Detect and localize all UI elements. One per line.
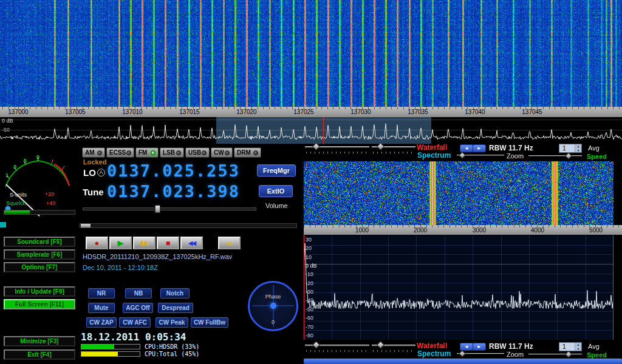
squelch-level <box>4 211 30 214</box>
waterfall-lower-slider-top[interactable] <box>372 144 415 154</box>
slider-thumb[interactable] <box>459 350 465 357</box>
spectrum-label-bottom[interactable]: Spectrum <box>417 349 451 358</box>
record-button[interactable]: ● <box>86 237 108 249</box>
db-label: -30 <box>306 289 313 295</box>
pause-button[interactable]: ▮▮ <box>133 237 156 249</box>
mode-am-button[interactable]: AM <box>82 147 105 158</box>
soundcard-button[interactable]: Soundcard [F5] <box>4 237 75 247</box>
mode-lsb-button[interactable]: LSB <box>160 147 184 158</box>
rx-ruler-label: 3000 <box>473 227 486 234</box>
rewind-icon: ◀◀ <box>188 240 195 246</box>
ruler-label: 137045 <box>522 109 542 115</box>
notch-button[interactable]: Notch <box>160 288 190 298</box>
speed-slider-top[interactable] <box>528 153 582 161</box>
slider-thumb[interactable] <box>565 152 572 159</box>
slider-thumb[interactable] <box>377 341 384 349</box>
phase-dot-icon <box>270 303 276 309</box>
volume-slider-thumb[interactable] <box>155 205 160 213</box>
volume-slider[interactable] <box>83 207 256 211</box>
spectrum-label-top[interactable]: Spectrum <box>417 151 451 160</box>
lo-lock-badge-icon[interactable]: A <box>97 169 105 177</box>
ruler-label: 137025 <box>293 109 313 115</box>
mode-usb-button[interactable]: USB <box>185 147 210 158</box>
db-label: 30 <box>306 237 312 243</box>
main-spectrum-display[interactable] <box>0 117 622 144</box>
tune-frequency-display[interactable]: 0137.023.398 <box>107 182 240 201</box>
band-shift-arrows-top[interactable]: ◄ ► <box>460 144 486 152</box>
cpu-total-label: CPU:Total (45%) <box>145 351 199 357</box>
stop-icon: ■ <box>166 239 170 248</box>
fullscreen-button[interactable]: Full Screen [F11] <box>4 299 75 309</box>
phase-label: Phase <box>250 294 296 300</box>
shift-left-icon[interactable]: ◄ <box>460 343 473 350</box>
waterfall-upper-slider-top[interactable] <box>305 144 369 154</box>
slider-thumb[interactable] <box>459 152 465 158</box>
tune-bar-thumb[interactable] <box>81 224 91 228</box>
mode-fm-button[interactable]: FM <box>135 147 159 158</box>
ruler-label: 137020 <box>236 109 256 115</box>
freqmgr-button[interactable]: FreqMgr <box>257 164 296 177</box>
rewind-button[interactable]: ◀◀ <box>180 237 203 249</box>
samplerate-button[interactable]: Samplerate [F6] <box>4 249 75 260</box>
play-button[interactable]: ▶ <box>109 237 132 249</box>
recording-date: Dec 10, 2011 - 12:10:18Z <box>83 264 158 271</box>
extio-button[interactable]: ExtIO <box>259 185 293 197</box>
waterfall-label-top[interactable]: Waterfall <box>417 143 447 152</box>
spinner-icon[interactable]: ▲ ▼ <box>575 144 581 152</box>
zoom-slider-top[interactable] <box>457 153 504 160</box>
rx-spectrum-display[interactable] <box>304 235 613 340</box>
cpu-hdsdr-meter <box>81 344 140 349</box>
waterfall-label-bottom[interactable]: Waterfall <box>417 342 447 350</box>
exit-button[interactable]: Exit [F4] <box>4 349 75 360</box>
slider-thumb[interactable] <box>312 143 320 150</box>
agc-button[interactable]: AGC Off <box>123 303 153 313</box>
waterfall-lower-slider-bottom[interactable] <box>372 342 415 352</box>
rx-waterfall-display[interactable] <box>304 161 613 225</box>
play-icon: ▶ <box>118 238 124 248</box>
am-led-icon <box>97 150 102 155</box>
mode-drm-button[interactable]: DRM <box>234 147 261 158</box>
waterfall-upper-slider-bottom[interactable] <box>305 342 369 352</box>
mode-ecss-button[interactable]: ECSS <box>106 147 134 158</box>
zoom-slider-bottom[interactable] <box>457 351 504 359</box>
cw-zap-button[interactable]: CW ZAP <box>86 317 117 328</box>
squelch-label: Squelch <box>6 200 26 206</box>
panel-indicator <box>0 222 6 228</box>
slider-thumb[interactable] <box>312 341 320 349</box>
nr-button[interactable]: NR <box>88 288 115 298</box>
shift-right-icon[interactable]: ► <box>473 343 485 350</box>
slider-thumb[interactable] <box>377 143 384 150</box>
tune-bar-slider[interactable] <box>80 223 297 228</box>
shift-right-icon[interactable]: ► <box>473 145 485 152</box>
minimize-button[interactable]: Minimize [F3] <box>4 336 75 346</box>
loop-button[interactable]: ∞ <box>218 237 241 249</box>
ruler-label: 137030 <box>350 109 371 115</box>
main-waterfall-display[interactable] <box>0 0 622 107</box>
ruler-ticks <box>304 225 622 228</box>
spinner-icon[interactable]: ▲ ▼ <box>575 343 581 351</box>
band-shift-arrows-bottom[interactable]: ◄ ► <box>460 343 486 351</box>
despread-button[interactable]: Despread <box>158 303 193 313</box>
rx-frequency-ruler[interactable]: 1000 2000 3000 4000 5000 <box>304 225 622 235</box>
bandwidth-bar[interactable] <box>304 359 622 364</box>
avg-dropdown-top[interactable]: 1 ▲ ▼ <box>559 144 582 153</box>
cw-fullbw-button[interactable]: CW FullBw <box>191 317 228 328</box>
slider-thumb[interactable] <box>565 351 572 357</box>
frequency-ruler[interactable]: 137000 137005 137010 137015 137020 13702… <box>0 107 622 117</box>
info-update-button[interactable]: Info / Update [F9] <box>4 286 75 297</box>
db-label: -70 <box>306 324 313 330</box>
lo-frequency-display[interactable]: 0137.025.253 <box>107 161 240 180</box>
nb-button[interactable]: NB <box>125 288 152 298</box>
shift-left-icon[interactable]: ◄ <box>460 145 473 152</box>
cw-peak-button[interactable]: CW Peak <box>156 317 188 328</box>
cw-afc-button[interactable]: CW AFC <box>119 317 151 328</box>
mode-cw-button[interactable]: CW <box>211 147 233 158</box>
avg-label-bottom: Avg <box>588 343 600 350</box>
options-button[interactable]: Options [F7] <box>4 262 75 272</box>
mute-button[interactable]: Mute <box>88 303 115 313</box>
s-meter: 1 3 5 9 <box>2 148 78 218</box>
stop-button[interactable]: ■ <box>157 237 179 249</box>
squelch-slider[interactable] <box>4 210 75 215</box>
cw-led-icon <box>225 150 230 155</box>
avg-dropdown-bottom[interactable]: 1 ▲ ▼ <box>559 342 582 351</box>
